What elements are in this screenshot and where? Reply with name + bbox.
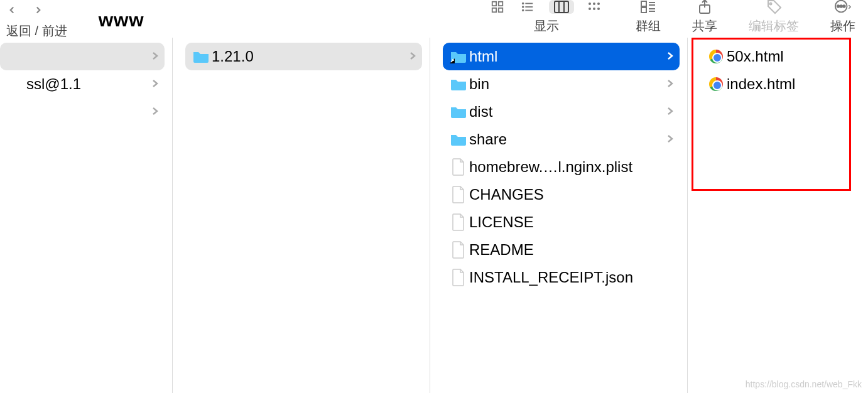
row-label: 1.21.0	[212, 48, 410, 65]
column-4[interactable]: 50x.htmlindex.html	[688, 38, 868, 393]
svg-point-13	[589, 3, 591, 5]
list-item[interactable]: ssl@1.1	[0, 70, 165, 98]
chevron-right-icon	[410, 50, 416, 63]
svg-point-30	[843, 5, 845, 8]
folder-icon	[448, 50, 469, 63]
group-icon	[639, 0, 657, 14]
chevron-right-icon	[667, 105, 673, 119]
svg-point-14	[593, 3, 595, 5]
title-area: www	[99, 9, 144, 31]
nav-label: 返回 / 前进	[6, 23, 67, 40]
toolbar: 返回 / 前进 www 显示	[0, 0, 868, 38]
chrome-icon	[705, 77, 727, 91]
row-label: dist	[469, 103, 667, 121]
folder-icon	[448, 105, 469, 119]
file-icon	[448, 269, 469, 286]
svg-rect-10	[555, 1, 568, 13]
svg-point-26	[770, 3, 772, 5]
chrome-icon	[705, 50, 727, 63]
svg-rect-19	[641, 1, 646, 6]
file-row[interactable]: LICENSE	[443, 208, 680, 236]
row-label: README	[469, 241, 673, 259]
folder-row[interactable]: bin	[443, 70, 680, 98]
svg-rect-3	[499, 8, 502, 12]
chevron-right-icon	[152, 50, 158, 63]
svg-rect-20	[641, 8, 646, 13]
share-label: 共享	[692, 18, 717, 35]
file-row[interactable]: INSTALL_RECEIPT.json	[443, 264, 680, 291]
group-label: 群组	[636, 18, 661, 35]
folder-icon	[448, 77, 469, 91]
file-row[interactable]: index.html	[700, 70, 860, 98]
chevron-right-icon	[667, 50, 673, 63]
list-item[interactable]	[0, 98, 165, 126]
row-label: ssl@1.1	[26, 75, 152, 93]
row-label: CHANGES	[469, 186, 673, 203]
svg-rect-2	[492, 8, 496, 12]
icon-view-icon[interactable]	[489, 0, 506, 14]
tags-label: 编辑标签	[749, 18, 799, 35]
share-tool[interactable]: 共享	[692, 0, 717, 35]
file-icon	[448, 213, 469, 231]
actions-icon	[834, 0, 852, 14]
file-row[interactable]: homebrew.…l.nginx.plist	[443, 153, 680, 181]
row-label: 50x.html	[727, 48, 854, 65]
right-tools: 显示 群组 共享 编辑标签 操作	[489, 0, 855, 35]
svg-point-15	[597, 3, 600, 5]
column-1[interactable]: ssl@1.1	[0, 38, 173, 393]
file-row[interactable]: 50x.html	[700, 43, 860, 70]
chevron-right-icon	[667, 78, 673, 91]
file-icon	[448, 158, 469, 176]
list-view-icon[interactable]	[519, 0, 536, 14]
svg-rect-0	[492, 2, 496, 6]
gallery-view-icon[interactable]	[587, 0, 604, 14]
folder-icon	[448, 132, 469, 146]
group-tool[interactable]: 群组	[636, 0, 661, 35]
back-forward: 返回 / 前进	[6, 0, 67, 40]
column-3[interactable]: htmlbindistsharehomebrew.…l.nginx.plistC…	[430, 38, 688, 393]
tags-tool[interactable]: 编辑标签	[749, 0, 799, 35]
file-icon	[448, 241, 469, 259]
row-label: index.html	[727, 75, 854, 93]
file-icon	[448, 186, 469, 203]
file-row[interactable]: CHANGES	[443, 181, 680, 208]
chevron-right-icon	[152, 78, 158, 91]
folder-row[interactable]: share	[443, 126, 680, 153]
svg-point-28	[840, 5, 842, 8]
folder-row[interactable]: dist	[443, 98, 680, 126]
svg-point-8	[523, 6, 524, 8]
row-label: LICENSE	[469, 213, 673, 231]
row-label: homebrew.…l.nginx.plist	[469, 158, 673, 176]
svg-point-17	[593, 8, 595, 10]
list-item[interactable]	[0, 43, 165, 70]
column-2[interactable]: 1.21.0	[173, 38, 430, 393]
folder-icon	[190, 50, 212, 63]
svg-rect-1	[499, 2, 502, 6]
svg-point-7	[523, 3, 524, 4]
chevron-right-icon	[152, 105, 158, 119]
window-title: www	[99, 9, 144, 31]
file-row[interactable]: README	[443, 236, 680, 264]
share-icon	[696, 0, 713, 14]
watermark: https://blog.csdn.net/web_Fkk	[746, 379, 862, 389]
row-label: INSTALL_RECEIPT.json	[469, 269, 673, 286]
actions-label: 操作	[830, 18, 855, 35]
actions-tool[interactable]: 操作	[830, 0, 855, 35]
row-label: html	[469, 48, 667, 65]
folder-row[interactable]: html	[443, 43, 680, 70]
svg-point-18	[597, 8, 600, 10]
svg-point-9	[523, 10, 524, 11]
folder-row[interactable]: 1.21.0	[185, 43, 422, 70]
view-label: 显示	[534, 18, 559, 35]
tag-icon	[765, 0, 783, 14]
view-switch-group: 显示	[489, 0, 604, 35]
column-view-icon[interactable]	[549, 0, 574, 14]
columns-view: ssl@1.1 1.21.0 htmlbindistsharehomebrew.…	[0, 38, 868, 393]
back-button[interactable]	[6, 0, 18, 20]
nav-group: 返回 / 前进 www	[6, 0, 144, 40]
forward-button[interactable]	[33, 0, 44, 20]
row-label: bin	[469, 75, 667, 93]
row-label: share	[469, 131, 667, 148]
chevron-right-icon	[667, 133, 673, 146]
svg-point-29	[837, 5, 840, 8]
